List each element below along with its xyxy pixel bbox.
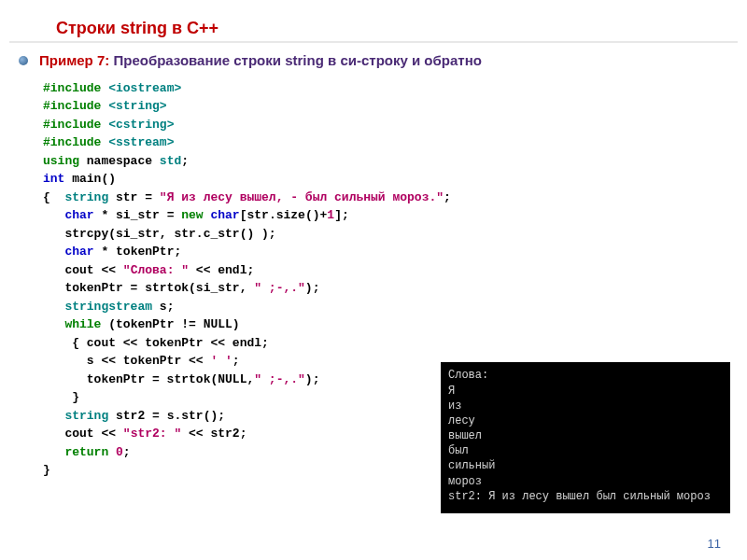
slide-title: Строки string в С++ [56,19,719,38]
console-output: Слова: Я из лесу вышел был сильный мороз… [441,362,730,513]
example-label: Пример 7: [39,52,113,68]
divider [9,41,738,43]
bullet-icon [19,56,28,65]
example-text: Преобразование строки string в си-строку… [113,52,481,68]
slide: Строки string в С++ Пример 7: Преобразов… [0,0,747,560]
example-subtitle: Пример 7: Преобразование строки string в… [39,51,482,70]
page-number: 11 [708,537,721,551]
example-heading: Пример 7: Преобразование строки string в… [19,51,719,70]
